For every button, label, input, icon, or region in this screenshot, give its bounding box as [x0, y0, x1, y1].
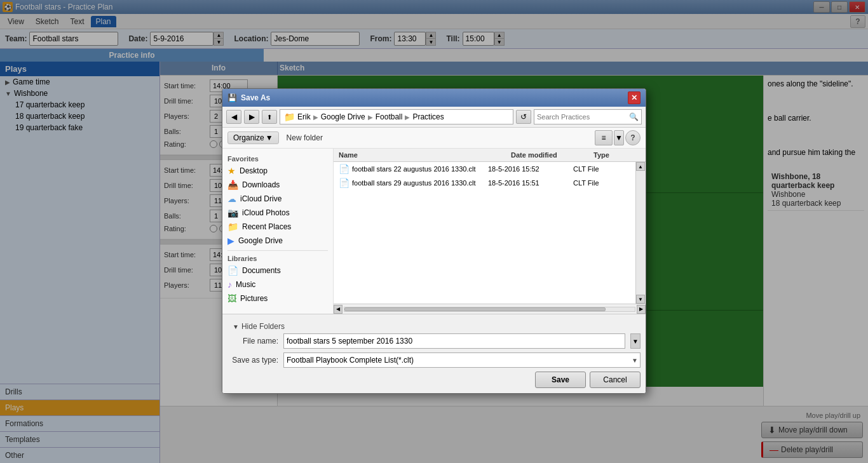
lib-music[interactable]: ♪ Music [222, 278, 333, 292]
downloads-label: Downloads [242, 180, 280, 189]
dialog-toolbar: Organize ▼ New folder ≡ ▼ ? [222, 128, 646, 149]
new-folder-button[interactable]: New folder [281, 132, 328, 144]
fav-desktop[interactable]: ★ Desktop [222, 164, 333, 178]
nav-refresh-button[interactable]: ↺ [516, 110, 531, 124]
desktop-label: Desktop [240, 166, 268, 175]
hide-folders-button[interactable]: ▼ Hide Folders [227, 319, 641, 333]
savetype-select-wrapper: Football Playbook Complete List(*.clt) ▼ [283, 352, 641, 368]
organize-label: Organize [233, 133, 264, 142]
filename-row: File name: ▼ [227, 333, 641, 349]
filename-label: File name: [227, 337, 278, 346]
icloud-photos-label: iCloud Photos [242, 208, 290, 217]
icloud-drive-icon: ☁ [227, 194, 236, 204]
file-item-2[interactable]: 📄 football stars 29 augustus 2016 1330.c… [334, 176, 635, 190]
fav-google-drive[interactable]: ▶ Google Drive [222, 234, 333, 248]
dialog-help-button[interactable]: ? [625, 130, 641, 145]
nav-up-button[interactable]: ⬆ [262, 110, 277, 124]
recent-places-icon: 📁 [227, 222, 238, 232]
search-input[interactable] [537, 113, 629, 121]
savetype-select[interactable]: Football Playbook Complete List(*.clt) [283, 352, 641, 368]
search-icon: 🔍 [629, 112, 639, 121]
sidebar-divider [227, 250, 328, 251]
col-date[interactable]: Date modified [506, 150, 588, 160]
file-date-2: 18-5-2016 15:51 [488, 179, 571, 187]
scroll-up-btn[interactable]: ▲ [636, 162, 645, 171]
save-button[interactable]: Save [535, 372, 586, 388]
save-icon: 💾 [227, 93, 237, 102]
scroll-track [636, 171, 646, 295]
lib-pictures[interactable]: 🖼 Pictures [222, 292, 333, 305]
scroll-down-btn[interactable]: ▼ [636, 295, 645, 304]
file-type-1: CLT File [573, 165, 630, 173]
documents-label: Documents [242, 266, 281, 275]
recent-places-label: Recent Places [242, 222, 291, 231]
google-drive-label: Google Drive [238, 236, 283, 245]
col-name[interactable]: Name [334, 150, 506, 160]
organize-button[interactable]: Organize ▼ [227, 131, 279, 144]
cancel-button[interactable]: Cancel [590, 372, 641, 388]
file-date-1: 18-5-2016 15:52 [488, 165, 571, 173]
breadcrumb-practices[interactable]: Practices [412, 112, 444, 121]
music-icon: ♪ [227, 279, 232, 290]
documents-icon: 📄 [227, 265, 238, 276]
file-icon-2: 📄 [339, 178, 349, 188]
fav-icloud-photos[interactable]: 📷 iCloud Photos [222, 206, 333, 220]
fav-icloud-drive[interactable]: ☁ iCloud Drive [222, 192, 333, 206]
organize-arrow-icon: ▼ [266, 133, 273, 142]
icloud-photos-icon: 📷 [227, 208, 238, 218]
file-name-2: football stars 29 augustus 2016 1330.clt [352, 179, 485, 187]
new-folder-label: New folder [287, 133, 323, 142]
file-scroll-area: 📄 football stars 22 augustus 2016 1330.c… [334, 162, 646, 304]
breadcrumb-football[interactable]: Football [376, 112, 403, 121]
hide-folders-icon: ▼ [233, 323, 239, 330]
libraries-header: Libraries [222, 253, 333, 264]
pictures-label: Pictures [240, 294, 268, 303]
vertical-scrollbar: ▲ ▼ [635, 162, 646, 304]
file-item-1[interactable]: 📄 football stars 22 augustus 2016 1330.c… [334, 162, 635, 176]
view-dropdown-button[interactable]: ▼ [614, 130, 624, 145]
breadcrumb-sep-1: ▶ [313, 114, 318, 121]
breadcrumb-sep-2: ▶ [368, 114, 373, 121]
file-list-header: Name Date modified Type [334, 149, 646, 162]
breadcrumb-bar: 📁 Erik ▶ Google Drive ▶ Football ▶ Pract… [280, 109, 513, 124]
google-drive-icon: ▶ [227, 236, 234, 246]
h-scroll-thumb [344, 307, 606, 311]
view-controls: ≡ ▼ ? [595, 130, 641, 145]
dialog-sidebar: Favorites ★ Desktop 📥 Downloads ☁ iCloud… [222, 149, 334, 314]
file-type-2: CLT File [573, 179, 630, 187]
scroll-left-btn[interactable]: ◀ [334, 305, 342, 314]
h-scroll-track [344, 307, 635, 312]
dialog-footer: ▼ Hide Folders File name: ▼ Save as type… [222, 314, 646, 393]
fav-downloads[interactable]: 📥 Downloads [222, 178, 333, 192]
savetype-label: Save as type: [227, 356, 278, 365]
breadcrumb-erik[interactable]: Erik [297, 112, 311, 121]
view-list-button[interactable]: ≡ [595, 130, 613, 145]
col-type[interactable]: Type [588, 150, 646, 160]
nav-forward-button[interactable]: ▶ [244, 110, 259, 124]
save-as-dialog: 💾 Save As ✕ ◀ ▶ ⬆ 📁 Erik ▶ Google Drive … [222, 88, 646, 394]
dialog-toolbar-left: Organize ▼ New folder [227, 131, 328, 144]
dialog-action-buttons: Save Cancel [227, 372, 641, 388]
desktop-icon: ★ [227, 166, 236, 176]
lib-documents[interactable]: 📄 Documents [222, 264, 333, 278]
horizontal-scrollbar: ◀ ▶ [334, 304, 646, 314]
filename-dropdown-btn[interactable]: ▼ [630, 333, 641, 349]
downloads-icon: 📥 [227, 180, 238, 190]
file-list: 📄 football stars 22 augustus 2016 1330.c… [334, 162, 635, 304]
breadcrumb-googledrive[interactable]: Google Drive [321, 112, 365, 121]
breadcrumb-icon: 📁 [284, 112, 295, 122]
fav-recent-places[interactable]: 📁 Recent Places [222, 220, 333, 234]
dialog-close-button[interactable]: ✕ [628, 91, 641, 104]
file-icon-1: 📄 [339, 164, 349, 174]
scroll-right-btn[interactable]: ▶ [637, 305, 646, 314]
filename-input[interactable] [283, 333, 625, 349]
dialog-title: 💾 Save As [227, 93, 270, 102]
dialog-overlay: 💾 Save As ✕ ◀ ▶ ⬆ 📁 Erik ▶ Google Drive … [0, 0, 868, 463]
music-label: Music [236, 280, 255, 289]
dialog-content: Name Date modified Type 📄 football stars… [334, 149, 646, 314]
dialog-nav-bar: ◀ ▶ ⬆ 📁 Erik ▶ Google Drive ▶ Football ▶… [222, 107, 646, 128]
savetype-row: Save as type: Football Playbook Complete… [227, 352, 641, 368]
icloud-drive-label: iCloud Drive [240, 194, 281, 203]
nav-back-button[interactable]: ◀ [226, 110, 241, 124]
search-box: 🔍 [534, 109, 642, 124]
